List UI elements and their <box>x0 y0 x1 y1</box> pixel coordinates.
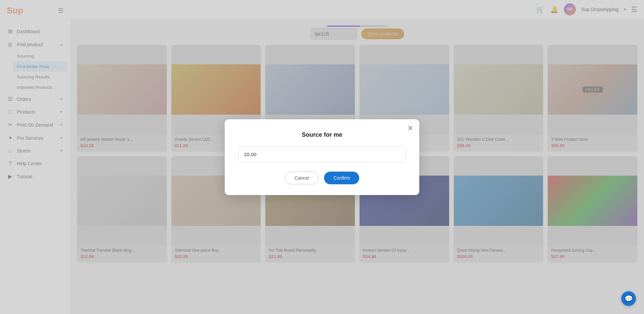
modal-confirm-button[interactable]: Confirm <box>324 172 359 184</box>
modal-title: Source for me <box>238 131 406 138</box>
modal-close-button[interactable]: ✕ <box>407 125 413 132</box>
modal-cancel-button[interactable]: Cancel <box>285 172 319 184</box>
chat-bubble[interactable]: 💬 <box>621 291 636 306</box>
source-for-me-modal: ✕ Source for me Cancel Confirm <box>225 119 419 195</box>
modal-value-input[interactable] <box>238 146 406 162</box>
modal-overlay[interactable]: ✕ Source for me Cancel Confirm <box>70 0 644 314</box>
modal-actions: Cancel Confirm <box>238 172 406 184</box>
main-content: 🛒 🔔 SP Sup Dropshipping ▾ ☰ lpc118 Sync … <box>70 0 644 314</box>
